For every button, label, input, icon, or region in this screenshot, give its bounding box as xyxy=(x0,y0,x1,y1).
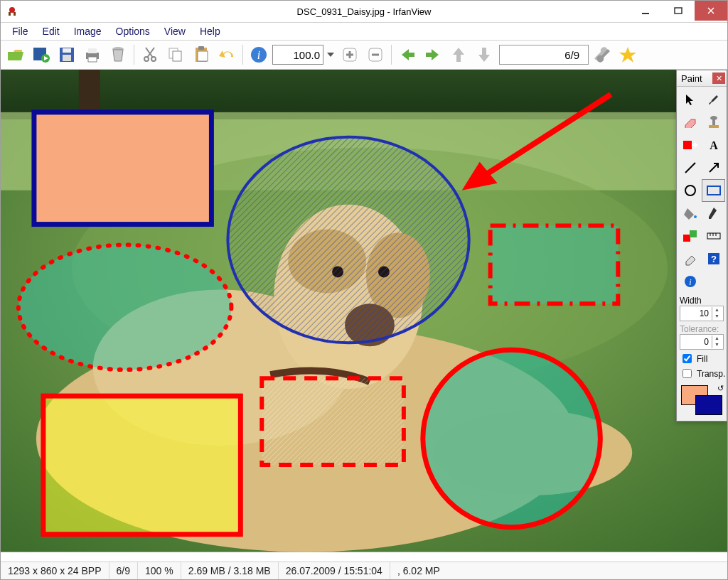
svg-rect-61 xyxy=(690,230,697,237)
down-button[interactable] xyxy=(472,43,496,67)
svg-rect-24 xyxy=(198,51,208,61)
width-down[interactable]: ▼ xyxy=(712,313,722,320)
open-button[interactable] xyxy=(4,43,28,67)
paint-tool-grid: A ? i xyxy=(677,87,727,294)
ellipse-icon xyxy=(683,184,697,197)
close-button[interactable] xyxy=(695,1,727,21)
maximize-button[interactable] xyxy=(662,1,695,21)
svg-rect-4 xyxy=(675,8,682,14)
transp-checkbox-row[interactable]: Transp. xyxy=(677,366,727,381)
rectangle-icon xyxy=(706,185,722,196)
favorite-button[interactable] xyxy=(616,43,640,67)
tool-info[interactable]: i xyxy=(678,270,702,293)
status-dimensions: 1293 x 860 x 24 BPP xyxy=(1,562,109,579)
tool-clone[interactable] xyxy=(702,111,725,134)
tool-help[interactable]: ? xyxy=(702,247,725,270)
svg-rect-11 xyxy=(63,55,71,61)
fill-checkbox[interactable] xyxy=(682,354,692,363)
copy-button[interactable] xyxy=(164,43,188,67)
eraser-icon xyxy=(682,117,698,128)
menu-view[interactable]: View xyxy=(159,24,191,38)
prev-button[interactable] xyxy=(395,43,419,67)
annotation-ellipse-hatch xyxy=(228,137,469,343)
next-button[interactable] xyxy=(421,43,445,67)
menu-edit[interactable]: Edit xyxy=(37,24,65,38)
paint-panel[interactable]: Paint ✕ A ? i xyxy=(676,70,727,421)
zoom-input[interactable]: 100.0 xyxy=(272,45,323,65)
save-button[interactable] xyxy=(55,43,79,67)
annotation-circle-teal xyxy=(423,350,601,527)
tolerance-label: Tolerance: xyxy=(680,324,724,334)
menu-help[interactable]: Help xyxy=(194,24,226,38)
status-megapixels: , 6.02 MP xyxy=(390,562,727,579)
tool-eraser[interactable] xyxy=(678,111,702,134)
image-index-input[interactable]: 6/9 xyxy=(499,45,589,65)
image-canvas-area[interactable]: Paint ✕ A ? i xyxy=(1,70,727,562)
tolerance-input[interactable] xyxy=(680,336,712,348)
tool-fill[interactable] xyxy=(678,202,702,225)
width-input[interactable] xyxy=(680,308,712,319)
tool-ellipse[interactable] xyxy=(678,179,702,202)
minimize-button[interactable] xyxy=(629,1,662,21)
undo-button[interactable] xyxy=(215,43,239,67)
menu-options[interactable]: Options xyxy=(110,24,156,38)
slideshow-button[interactable] xyxy=(29,43,53,67)
paste-button[interactable] xyxy=(189,43,213,67)
print-button[interactable] xyxy=(80,43,105,67)
star-icon xyxy=(618,45,638,64)
fill-checkbox-row[interactable]: Fill xyxy=(677,351,727,366)
delete-button[interactable] xyxy=(106,43,130,67)
zoom-out-button[interactable] xyxy=(363,43,387,67)
tolerance-spinner[interactable]: ▲▼ xyxy=(680,334,724,350)
svg-text:A: A xyxy=(710,139,718,151)
slideshow-icon xyxy=(32,46,50,63)
tool-erase-sel[interactable] xyxy=(678,247,702,270)
paint-panel-titlebar[interactable]: Paint ✕ xyxy=(677,70,727,87)
tool-line[interactable] xyxy=(678,156,702,179)
tool-colorreplace[interactable] xyxy=(678,225,702,247)
tool-pointer[interactable] xyxy=(678,88,702,111)
annotation-rect-yellow xyxy=(43,396,240,535)
tool-arrow[interactable] xyxy=(702,156,725,179)
text-icon: A xyxy=(707,139,720,151)
tool-rotate[interactable] xyxy=(678,134,702,156)
info-button[interactable]: i xyxy=(247,43,271,67)
up-button[interactable] xyxy=(446,43,471,67)
undo-icon xyxy=(218,47,236,63)
settings-button[interactable] xyxy=(590,43,614,67)
copy-icon xyxy=(167,46,184,63)
tool-measure[interactable] xyxy=(702,225,725,247)
tool-text[interactable]: A xyxy=(702,134,725,156)
menu-file[interactable]: File xyxy=(6,24,34,38)
tol-down[interactable]: ▼ xyxy=(712,342,722,348)
svg-line-18 xyxy=(147,48,154,58)
tool-brush[interactable] xyxy=(702,88,725,111)
wrench-icon xyxy=(593,45,611,64)
stamp-icon xyxy=(707,115,721,129)
menu-image[interactable]: Image xyxy=(68,24,107,38)
tool-pen[interactable] xyxy=(702,202,725,225)
background-color-swatch[interactable] xyxy=(695,395,722,415)
svg-rect-1 xyxy=(9,12,11,16)
zoom-in-button[interactable] xyxy=(338,43,362,67)
pen-icon xyxy=(707,206,720,220)
transp-checkbox[interactable] xyxy=(682,369,692,378)
cut-button[interactable] xyxy=(138,43,162,67)
arrow-up-icon xyxy=(451,46,466,63)
paint-panel-close-button[interactable]: ✕ xyxy=(712,72,725,84)
svg-text:?: ? xyxy=(711,254,717,264)
trash-icon xyxy=(109,45,127,64)
swap-colors-button[interactable]: ↺ xyxy=(717,384,724,393)
arrow-right-icon xyxy=(424,47,441,63)
svg-rect-13 xyxy=(88,48,97,53)
svg-point-57 xyxy=(685,186,695,195)
width-up[interactable]: ▲ xyxy=(712,307,722,313)
svg-rect-53 xyxy=(683,141,692,149)
svg-line-56 xyxy=(710,164,717,172)
color-swatches: ↺ xyxy=(680,384,724,417)
zoom-dropdown[interactable] xyxy=(325,45,336,65)
tool-rectangle[interactable] xyxy=(702,179,725,202)
svg-rect-2 xyxy=(14,12,16,16)
width-spinner[interactable]: ▲▼ xyxy=(680,306,724,321)
tol-up[interactable]: ▲ xyxy=(712,335,722,342)
